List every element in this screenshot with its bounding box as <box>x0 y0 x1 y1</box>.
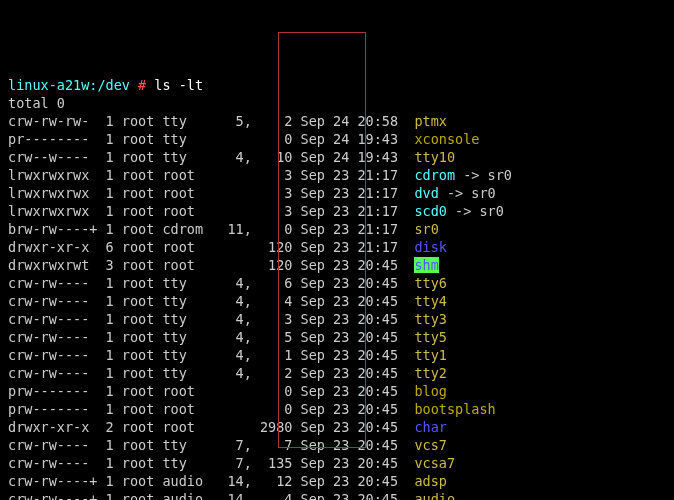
file-xconsole: xconsole <box>414 131 479 147</box>
file-tty5: tty5 <box>414 329 447 345</box>
symlink-arrow: -> sr0 <box>455 167 512 183</box>
list-row: pr-------- 1 root tty 0 Sep 24 19:43 xco… <box>8 130 666 148</box>
list-row: lrwxrwxrwx 1 root root 3 Sep 23 21:17 sc… <box>8 202 666 220</box>
file-tty2: tty2 <box>414 365 447 381</box>
prompt-host: linux-a21w: <box>8 77 97 93</box>
terminal-output: linux-a21w:/dev # ls -lttotal 0crw-rw-rw… <box>8 76 666 500</box>
list-row: crw-rw---- 1 root tty 4, 3 Sep 23 20:45 … <box>8 310 666 328</box>
list-row: crw-rw----+ 1 root audio 14, 12 Sep 23 2… <box>8 472 666 490</box>
file-tty10: tty10 <box>414 149 455 165</box>
file-adsp: adsp <box>414 473 447 489</box>
list-row: crw-rw---- 1 root tty 7, 7 Sep 23 20:45 … <box>8 436 666 454</box>
file-disk: disk <box>414 239 447 255</box>
list-row: crw-rw---- 1 root tty 4, 4 Sep 23 20:45 … <box>8 292 666 310</box>
file-char: char <box>414 419 447 435</box>
list-row: drwxr-xr-x 6 root root 120 Sep 23 21:17 … <box>8 238 666 256</box>
file-tty3: tty3 <box>414 311 447 327</box>
file-audio: audio <box>414 491 455 500</box>
list-row: crw-rw---- 1 root tty 7, 135 Sep 23 20:4… <box>8 454 666 472</box>
list-row: drwxr-xr-x 2 root root 2980 Sep 23 20:45… <box>8 418 666 436</box>
file-vcs7: vcs7 <box>414 437 447 453</box>
list-row: lrwxrwxrwx 1 root root 3 Sep 23 21:17 cd… <box>8 166 666 184</box>
list-row: drwxrwxrwt 3 root root 120 Sep 23 20:45 … <box>8 256 666 274</box>
list-row: brw-rw----+ 1 root cdrom 11, 0 Sep 23 21… <box>8 220 666 238</box>
file-sr0: sr0 <box>414 221 438 237</box>
prompt-line[interactable]: linux-a21w:/dev # ls -lt <box>8 76 666 94</box>
symlink-arrow: -> sr0 <box>447 203 504 219</box>
file-shm: shm <box>414 257 438 273</box>
file-tty4: tty4 <box>414 293 447 309</box>
list-row: crw-rw---- 1 root tty 4, 2 Sep 23 20:45 … <box>8 364 666 382</box>
prompt-path: /dev <box>97 77 130 93</box>
file-bootsplash: bootsplash <box>414 401 495 417</box>
file-dvd: dvd <box>414 185 438 201</box>
list-row: crw-rw---- 1 root tty 4, 6 Sep 23 20:45 … <box>8 274 666 292</box>
list-row: crw-rw---- 1 root tty 4, 5 Sep 23 20:45 … <box>8 328 666 346</box>
file-vcsa7: vcsa7 <box>414 455 455 471</box>
list-row: prw------- 1 root root 0 Sep 23 20:45 bl… <box>8 382 666 400</box>
list-row: prw------- 1 root root 0 Sep 23 20:45 bo… <box>8 400 666 418</box>
file-ptmx: ptmx <box>414 113 447 129</box>
total-line: total 0 <box>8 94 666 112</box>
symlink-arrow: -> sr0 <box>439 185 496 201</box>
file-blog: blog <box>414 383 447 399</box>
file-tty1: tty1 <box>414 347 447 363</box>
list-row: lrwxrwxrwx 1 root root 3 Sep 23 21:17 dv… <box>8 184 666 202</box>
prompt-hash: # <box>130 77 146 93</box>
file-cdrom: cdrom <box>414 167 455 183</box>
file-tty6: tty6 <box>414 275 447 291</box>
list-row: crw-rw----+ 1 root audio 14, 4 Sep 23 20… <box>8 490 666 500</box>
command-text: ls -lt <box>146 77 203 93</box>
file-scd0: scd0 <box>414 203 447 219</box>
list-row: crw-rw---- 1 root tty 4, 1 Sep 23 20:45 … <box>8 346 666 364</box>
list-row: crw-rw-rw- 1 root tty 5, 2 Sep 24 20:58 … <box>8 112 666 130</box>
list-row: crw--w---- 1 root tty 4, 10 Sep 24 19:43… <box>8 148 666 166</box>
